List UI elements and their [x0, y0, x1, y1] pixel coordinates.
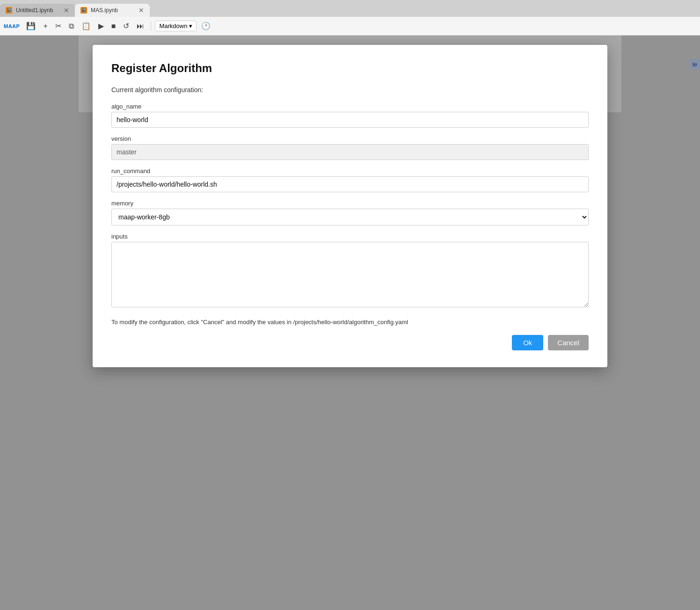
modal-title: Register Algorithm: [111, 62, 589, 75]
modal-actions: Ok Cancel: [111, 335, 589, 350]
history-button[interactable]: 🕐: [198, 20, 213, 32]
algo-name-input[interactable]: [111, 112, 589, 128]
refresh-button[interactable]: ↺: [120, 20, 132, 32]
run-command-group: run_command: [111, 167, 589, 192]
run-button[interactable]: ▶: [95, 20, 107, 32]
inputs-group: inputs: [111, 233, 589, 309]
version-group: version: [111, 135, 589, 160]
memory-label: memory: [111, 200, 589, 207]
brand-label: MAAP: [4, 23, 20, 29]
memory-select[interactable]: maap-worker-8gb maap-worker-16gb maap-wo…: [111, 209, 589, 225]
browser-chrome: 📓 Untitled1.ipynb ✕ 📓 MAS.ipynb ✕ MAAP 💾…: [0, 0, 700, 36]
run-command-label: run_command: [111, 167, 589, 174]
modal-footer-text: To modify the configuration, click "Canc…: [111, 319, 589, 326]
modal-overlay: Register Algorithm Current algorithm con…: [0, 36, 700, 610]
version-input[interactable]: [111, 144, 589, 160]
inputs-textarea[interactable]: [111, 242, 589, 307]
notebook-icon-1: 📓: [6, 7, 12, 14]
save-button[interactable]: 💾: [23, 20, 38, 32]
fast-forward-button[interactable]: ⏭: [134, 20, 147, 32]
tab-untitled1[interactable]: 📓 Untitled1.ipynb ✕: [0, 4, 75, 17]
kernel-dropdown[interactable]: Markdown ▾: [155, 21, 197, 31]
memory-group: memory maap-worker-8gb maap-worker-16gb …: [111, 200, 589, 225]
kernel-label: Markdown: [159, 22, 187, 29]
ok-button[interactable]: Ok: [512, 335, 543, 350]
tab-close-2[interactable]: ✕: [139, 7, 144, 14]
algo-name-label: algo_name: [111, 103, 589, 110]
stop-button[interactable]: ■: [109, 20, 119, 32]
add-cell-button[interactable]: +: [40, 20, 50, 32]
tab-close-1[interactable]: ✕: [64, 7, 69, 14]
cancel-button[interactable]: Cancel: [548, 335, 589, 350]
notebook-icon-2: 📓: [80, 7, 87, 14]
version-label: version: [111, 135, 589, 142]
main-content: 2. Algorithm Registration **Prerequisite…: [0, 36, 700, 610]
tab-bar: 📓 Untitled1.ipynb ✕ 📓 MAS.ipynb ✕: [0, 0, 700, 17]
register-algorithm-dialog: Register Algorithm Current algorithm con…: [93, 45, 607, 367]
algo-name-group: algo_name: [111, 103, 589, 128]
modal-subtitle: Current algorithm configuration:: [111, 86, 589, 94]
run-command-input[interactable]: [111, 176, 589, 192]
toolbar-separator: [151, 22, 151, 31]
toolbar: MAAP 💾 + ✂ ⧉ 📋 ▶ ■ ↺ ⏭ Markdown ▾ 🕐: [0, 17, 700, 36]
paste-button[interactable]: 📋: [79, 20, 94, 32]
tab-label-2: MAS.ipynb: [91, 7, 135, 14]
chevron-down-icon: ▾: [189, 22, 192, 29]
tab-mas[interactable]: 📓 MAS.ipynb ✕: [75, 4, 150, 17]
copy-button[interactable]: ⧉: [66, 20, 77, 32]
tab-label-1: Untitled1.ipynb: [16, 7, 60, 14]
inputs-label: inputs: [111, 233, 589, 240]
cut-button[interactable]: ✂: [52, 20, 64, 32]
